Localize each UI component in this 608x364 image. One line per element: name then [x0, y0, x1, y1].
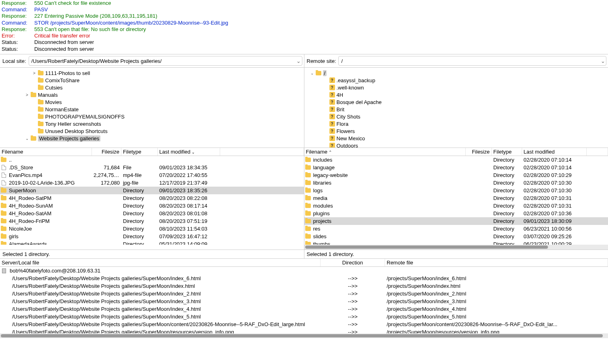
file-row[interactable]: mediaDirectory02/28/2020 07:10:31: [304, 194, 608, 202]
local-status: Selected 1 directory.: [0, 250, 304, 258]
queue-server-row[interactable]: bob%40fatelyfoto.com@208.109.63.31: [0, 267, 608, 275]
queue-remote-file: /projects/SuperMoon/content/20230826-Moo…: [385, 321, 608, 327]
disclosure-icon[interactable]: ⌄: [310, 71, 314, 75]
file-row[interactable]: 2019-10-02-LAride-136.JPG172,080jpg-file…: [0, 179, 304, 187]
file-type: mp4-file: [121, 172, 158, 178]
tree-item[interactable]: ComixToShare: [0, 77, 304, 84]
remote-tree[interactable]: ⌄/?.easyssl_backup?.well-known?4H?Bosque…: [304, 68, 608, 148]
tree-item[interactable]: ?.easyssl_backup: [304, 77, 608, 84]
file-row[interactable]: 4H_Rodeo-SatPMDirectory08/20/2023 08:22:…: [0, 194, 304, 202]
file-row[interactable]: .DS_Store71,684File09/01/2023 18:34:35: [0, 164, 304, 171]
tree-item-label: ComixToShare: [45, 77, 79, 83]
message-log[interactable]: Command:CWD /projects/SuperMoon/content/…: [0, 0, 608, 54]
disclosure-icon[interactable]: >: [25, 93, 29, 97]
tree-item[interactable]: NormanEstate: [0, 106, 304, 113]
horizontal-scrollbar[interactable]: [304, 245, 608, 250]
tree-item[interactable]: ⌄Website Projects galleries: [0, 135, 304, 142]
file-row[interactable]: 4H_Rodeo-SunAMDirectory08/20/2023 08:17:…: [0, 202, 304, 210]
tree-item[interactable]: ?New Mexico: [304, 135, 608, 142]
col-filetype[interactable]: Filetype: [121, 148, 158, 156]
queue-item[interactable]: /Users/RobertFately/Desktop/Website Proj…: [0, 305, 608, 313]
tree-item[interactable]: ?Flora: [304, 120, 608, 127]
tree-item[interactable]: Unused Desktop Shortcuts: [0, 127, 304, 135]
tree-item[interactable]: >1111-Photos to sell: [0, 69, 304, 77]
col-last-modified[interactable]: Last modified⌄: [158, 148, 220, 156]
tree-item[interactable]: ?Bosque del Apache: [304, 98, 608, 106]
log-line: Response:550 Can't check for file existe…: [2, 0, 606, 6]
file-row[interactable]: girlsDirectory07/09/2023 16:47:12: [0, 233, 304, 240]
tree-item-label: Movies: [45, 99, 62, 105]
queue-item[interactable]: /Users/RobertFately/Desktop/Website Proj…: [0, 328, 608, 333]
tree-item[interactable]: ?Brit: [304, 106, 608, 113]
tree-item[interactable]: ?City Shots: [304, 113, 608, 120]
remote-site-input[interactable]: [338, 56, 606, 66]
queue-item[interactable]: /Users/RobertFately/Desktop/Website Proj…: [0, 275, 608, 282]
queue-item[interactable]: /Users/RobertFately/Desktop/Website Proj…: [0, 313, 608, 320]
tree-item-label: Outdoors: [337, 143, 358, 148]
queue-item[interactable]: /Users/RobertFately/Desktop/Website Proj…: [0, 290, 608, 297]
file-row[interactable]: librariesDirectory02/28/2020 07:10:30: [304, 179, 608, 187]
tree-item-label: 4H: [337, 92, 344, 98]
file-row[interactable]: resDirectory06/23/2021 10:00:56: [304, 225, 608, 233]
horizontal-scrollbar[interactable]: [0, 333, 608, 338]
col-filename[interactable]: Filename⌃: [304, 148, 466, 156]
col-direction[interactable]: Direction: [321, 259, 385, 266]
tree-item[interactable]: ?4H: [304, 91, 608, 98]
file-row[interactable]: projectsDirectory09/01/2023 18:30:09: [304, 217, 608, 225]
disclosure-icon[interactable]: >: [32, 71, 36, 75]
tree-item[interactable]: Tony Heller screenshots: [0, 120, 304, 127]
local-tree[interactable]: >1111-Photos to sellComixToShareCutsies>…: [0, 68, 304, 148]
remote-file-rows[interactable]: includesDirectory02/28/2020 07:10:14lang…: [304, 156, 608, 245]
local-file-rows[interactable]: ...DS_Store71,684File09/01/2023 18:34:35…: [0, 156, 304, 245]
tree-item[interactable]: ?.well-known: [304, 84, 608, 91]
unknown-folder-icon: ?: [329, 114, 335, 119]
col-filetype[interactable]: Filetype: [492, 148, 522, 156]
file-row[interactable]: legacy-websiteDirectory02/28/2020 07:10:…: [304, 171, 608, 179]
tree-item[interactable]: ?Outdoors: [304, 142, 608, 148]
file-row[interactable]: includesDirectory02/28/2020 07:10:14: [304, 156, 608, 164]
queue-direction: -->>: [321, 298, 385, 304]
tree-item[interactable]: Movies: [0, 98, 304, 106]
queue-item[interactable]: /Users/RobertFately/Desktop/Website Proj…: [0, 320, 608, 328]
file-row[interactable]: 4H_Rodeo-FriPMDirectory08/20/2023 07:51:…: [0, 217, 304, 225]
queue-local-file: /Users/RobertFately/Desktop/Website Proj…: [10, 298, 201, 304]
col-server-local-file[interactable]: Server/Local file: [0, 259, 321, 266]
local-site-input[interactable]: [29, 56, 302, 66]
file-row[interactable]: languageDirectory02/28/2020 07:10:14: [304, 164, 608, 171]
tree-item[interactable]: PHOTOGRAPYEMAILSIGNOFFS: [0, 113, 304, 120]
disclosure-icon[interactable]: ⌄: [25, 136, 29, 141]
queue-header[interactable]: Server/Local file Direction Remote file: [0, 259, 608, 267]
file-row[interactable]: AlamedaAwardsDirectory05/31/2023 14:09:0…: [0, 240, 304, 245]
file-row[interactable]: thumbsDirectory06/23/2021 10:00:29: [304, 240, 608, 245]
queue-item[interactable]: /Users/RobertFately/Desktop/Website Proj…: [0, 297, 608, 305]
folder-icon: [316, 71, 321, 75]
tree-item[interactable]: ⌄/: [304, 69, 608, 77]
file-row[interactable]: SuperMoonDirectory09/01/2023 18:35:26: [0, 187, 304, 194]
queue-item[interactable]: /Users/RobertFately/Desktop/Website Proj…: [0, 282, 608, 290]
col-filename[interactable]: Filename: [0, 148, 92, 156]
file-name: libraries: [312, 180, 466, 186]
col-filesize[interactable]: Filesize: [466, 148, 492, 156]
file-row[interactable]: 4H_Rodeo-SatAMDirectory08/20/2023 08:01:…: [0, 210, 304, 217]
queue-direction: -->>: [321, 329, 385, 333]
remote-list-header[interactable]: Filename⌃ Filesize Filetype Last modifie…: [304, 148, 608, 156]
tree-item[interactable]: >Manuals: [0, 91, 304, 98]
col-remote-file[interactable]: Remote file: [385, 259, 608, 266]
local-list-header[interactable]: Filename Filesize Filetype Last modified…: [0, 148, 304, 156]
file-row[interactable]: logsDirectory02/28/2020 07:10:30: [304, 187, 608, 194]
col-last-modified[interactable]: Last modified: [522, 148, 587, 156]
tree-item[interactable]: ?Flowers: [304, 127, 608, 135]
col-filesize[interactable]: Filesize: [92, 148, 121, 156]
file-row[interactable]: slidesDirectory03/07/2020 09:25:26: [304, 233, 608, 240]
file-row[interactable]: ..: [0, 156, 304, 164]
tree-item-label: New Mexico: [337, 135, 365, 141]
transfer-queue[interactable]: bob%40fatelyfoto.com@208.109.63.31/Users…: [0, 267, 608, 333]
file-modified: 03/07/2020 09:25:26: [522, 233, 587, 239]
file-row[interactable]: EvanPics.mp42,274,753...mp4-file07/20/20…: [0, 171, 304, 179]
file-name: 2019-10-02-LAride-136.JPG: [7, 180, 92, 186]
tree-item-label: /: [323, 70, 327, 76]
tree-item[interactable]: Cutsies: [0, 84, 304, 91]
file-row[interactable]: modulesDirectory02/28/2020 07:10:31: [304, 202, 608, 210]
file-row[interactable]: NicoleJoeDirectory08/10/2023 11:54:03: [0, 225, 304, 233]
file-row[interactable]: pluginsDirectory02/28/2020 07:10:36: [304, 210, 608, 217]
